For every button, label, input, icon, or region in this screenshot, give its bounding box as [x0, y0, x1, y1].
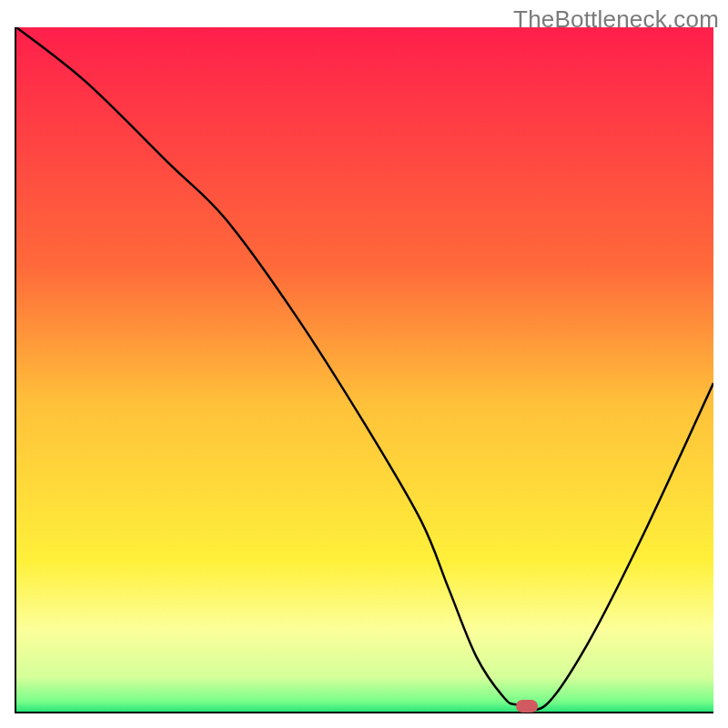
optimal-marker: [516, 700, 538, 713]
bottleneck-chart: [16, 27, 713, 712]
chart-plot-area: [15, 27, 713, 713]
watermark-text: TheBottleneck.com: [513, 5, 719, 34]
chart-background: [16, 27, 713, 712]
